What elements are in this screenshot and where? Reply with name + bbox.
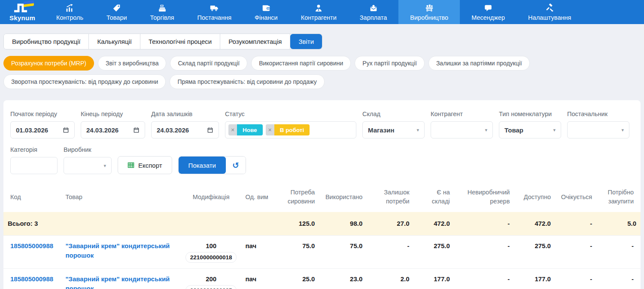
col-header-used[interactable]: Використано	[319, 182, 367, 212]
summary-non-prod-reserve: -	[454, 212, 514, 235]
col-header-remaining-need[interactable]: Залишок потреби	[367, 182, 413, 212]
wallet-icon	[261, 3, 271, 13]
nav-item-label: Виробництво	[410, 14, 448, 21]
pill-direct-traceability[interactable]: Пряма простежуваність: від сировини до п…	[170, 74, 324, 89]
nav-item-counterparties[interactable]: Контрагенти	[289, 0, 348, 24]
nav-item-supply[interactable]: Постачання	[186, 0, 243, 24]
col-header-unit[interactable]: Од. вим	[241, 182, 275, 212]
filter-period-end: Кінець періоду 24.03.2026	[81, 111, 145, 138]
nav-item-label: Контроль	[56, 14, 83, 21]
status-chip-label: Нове	[237, 124, 263, 135]
brand-logo[interactable]: Skynum	[0, 0, 45, 24]
row-product-link[interactable]: "Заварний крем" кондитерський порошок	[61, 235, 181, 268]
col-header-to-purchase[interactable]: Потрібно закупити	[596, 182, 641, 212]
balance-date-label: Дата залишків	[151, 111, 219, 117]
tab-production-of-products[interactable]: Виробництво продукції	[4, 34, 89, 49]
pill-mrp[interactable]: Розрахунок потреби (MRP)	[3, 56, 94, 71]
row-need: 25.0	[275, 269, 319, 289]
col-header-in-stock[interactable]: Є на складі	[414, 182, 454, 212]
warehouse-value: Магазин	[368, 126, 395, 134]
nav-item-label: Зарплата	[360, 14, 387, 21]
remove-chip-icon[interactable]: ✕	[266, 124, 274, 135]
filter-warehouse: Склад Магазин ▾	[362, 111, 425, 138]
supplier-select[interactable]: ▾	[567, 121, 629, 138]
filters: Початок періоду 01.03.2026 Кінець період…	[3, 100, 641, 174]
nav-item-settings[interactable]: Налаштування	[516, 0, 583, 24]
nav-item-production[interactable]: Виробництво	[398, 0, 460, 24]
col-header-code[interactable]: Код	[3, 182, 61, 212]
summary-used: 98.0	[319, 212, 367, 235]
nav-items: Контроль Товари Торгівля Постачання	[45, 0, 583, 24]
nomenclature-type-select[interactable]: Товар ▾	[499, 121, 561, 138]
nav-item-goods[interactable]: Товари	[95, 0, 139, 24]
chevron-down-icon: ▾	[485, 127, 487, 133]
chart-growth-icon	[65, 3, 74, 13]
top-nav: Skynum Контроль Товари Торгівля	[0, 0, 644, 24]
row-code-link[interactable]: 185805000988	[3, 269, 61, 289]
row-modification: 100	[185, 241, 237, 251]
report-pills: Розрахунок потреби (MRP) Звіт з виробниц…	[3, 56, 639, 89]
calendar-icon	[133, 127, 140, 133]
col-header-expected[interactable]: Очікується	[555, 182, 596, 212]
counterparty-select[interactable]: ▾	[431, 121, 493, 138]
period-end-label: Кінець періоду	[81, 111, 145, 117]
warehouse-label: Склад	[362, 111, 425, 117]
col-header-need[interactable]: Потреба сировини	[275, 182, 319, 212]
remove-chip-icon[interactable]: ✕	[228, 124, 237, 135]
pill-product-batch-stock[interactable]: Склад партії продукції	[170, 56, 247, 71]
nav-item-messenger[interactable]: Месенджер	[460, 0, 516, 24]
show-button[interactable]: Показати	[179, 157, 226, 174]
row-code-link[interactable]: 185805000988	[3, 235, 61, 268]
export-button[interactable]: Експорт	[118, 156, 172, 174]
tab-reports[interactable]: Звіти	[290, 34, 322, 49]
summary-row: Всього: 3 125.0 98.0 27.0 472.0 - 472.0 …	[3, 212, 641, 235]
chat-bubble-icon	[483, 3, 493, 13]
nomenclature-type-value: Товар	[504, 126, 523, 134]
nav-item-finance[interactable]: Фінанси	[243, 0, 289, 24]
row-in-stock: 177.0	[414, 269, 454, 289]
col-header-modification[interactable]: Модифікація	[181, 182, 241, 212]
period-end-value: 24.03.2026	[86, 126, 118, 134]
tab-calculations[interactable]: Калькуляції	[89, 34, 140, 49]
nav-item-control[interactable]: Контроль	[45, 0, 95, 24]
refresh-button[interactable]: ↺	[226, 157, 246, 174]
table-row: 185805000988 "Заварний крем" кондитерськ…	[3, 235, 641, 268]
pill-product-batch-movement[interactable]: Рух партії продукції	[355, 56, 425, 71]
show-group: Показати ↺	[178, 156, 246, 174]
pill-batch-balances[interactable]: Залишки за партіями продукції	[428, 56, 530, 71]
manufacturer-select[interactable]: ▾	[64, 157, 112, 174]
tab-disassembly[interactable]: Розукомплектація	[220, 34, 290, 49]
refresh-icon: ↺	[232, 160, 239, 170]
filter-category: Категорія	[10, 146, 58, 174]
balance-date-value: 24.03.2026	[157, 126, 189, 134]
tab-technological-processes[interactable]: Технологічні процеси	[140, 34, 220, 49]
delivery-truck-icon	[210, 3, 219, 13]
row-modification: 200	[185, 274, 237, 284]
summary-available: 472.0	[514, 212, 555, 235]
col-header-available[interactable]: Доступно	[514, 182, 555, 212]
ukraine-flag-icon	[24, 0, 34, 7]
pill-reverse-traceability[interactable]: Зворотна простежуваність: від продажу до…	[3, 74, 166, 89]
pill-production-report[interactable]: Звіт з виробництва	[98, 56, 167, 71]
nav-item-salary[interactable]: Зарплата	[348, 0, 399, 24]
warehouse-select[interactable]: Магазин ▾	[362, 121, 425, 138]
nav-item-label: Постачання	[197, 14, 231, 21]
balance-date-input[interactable]: 24.03.2026	[151, 121, 219, 138]
category-input[interactable]	[10, 157, 58, 174]
row-barcode-badge: 2210000000025	[185, 285, 237, 289]
nav-item-trade[interactable]: Торгівля	[139, 0, 186, 24]
filter-supplier: Постачальник ▾	[567, 111, 629, 138]
row-product-link[interactable]: "Заварний крем" кондитерський порошок	[61, 269, 181, 289]
period-start-input[interactable]: 01.03.2026	[10, 121, 75, 138]
col-header-non-prod-reserve[interactable]: Невиробничий резерв	[454, 182, 514, 212]
filter-balance-date: Дата залишків 24.03.2026	[151, 111, 219, 138]
period-end-input[interactable]: 24.03.2026	[81, 121, 145, 138]
chevron-down-icon: ▾	[553, 127, 556, 133]
col-header-product[interactable]: Товар	[61, 182, 181, 212]
row-expected: -	[555, 235, 596, 268]
summary-expected: -	[555, 212, 596, 235]
pill-raw-batch-usage[interactable]: Використання партії сировини	[251, 56, 351, 71]
row-in-stock: 275.0	[414, 235, 454, 268]
counterparty-label: Контрагент	[431, 111, 493, 117]
status-multiselect[interactable]: ✕ Нове ✕ В роботі	[225, 121, 356, 138]
